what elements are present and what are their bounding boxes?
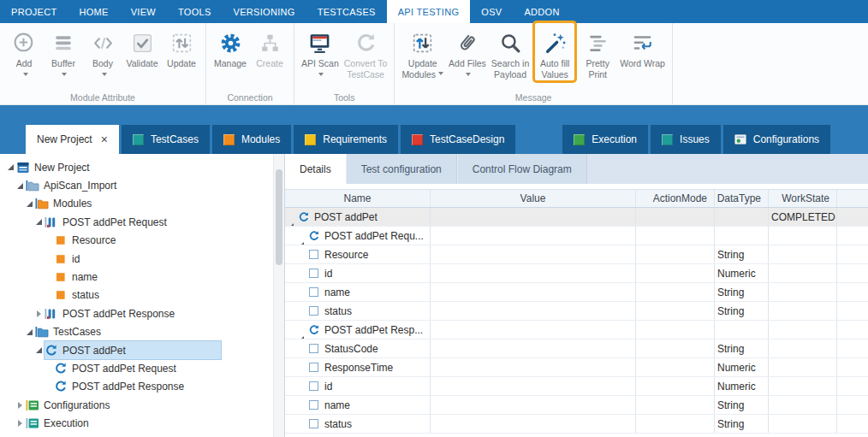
row-checkbox[interactable] (309, 287, 318, 297)
tree-item-name[interactable]: name (0, 268, 284, 286)
tree-item-resource[interactable]: Resource (0, 232, 284, 250)
menu-view[interactable]: VIEW (120, 0, 167, 23)
table-row[interactable]: POST addPet Requ... (285, 227, 868, 245)
tab-testcases[interactable]: TestCases (122, 125, 210, 154)
validate-button[interactable]: Validate (122, 23, 162, 69)
add-files-button[interactable]: Add Files (446, 23, 489, 80)
table-row[interactable]: statusString (285, 302, 868, 321)
manage-button[interactable]: Manage (211, 23, 250, 69)
menu-testcases[interactable]: TESTCASES (306, 0, 387, 23)
tree-scrollbar-thumb[interactable] (276, 169, 282, 265)
expander-closed-icon[interactable] (15, 420, 26, 427)
row-checkbox[interactable] (309, 381, 318, 391)
table-row[interactable]: ResourceString (285, 245, 868, 264)
tree-item-post-addpet-request[interactable]: POST addPet Request (0, 359, 284, 377)
create-button[interactable]: Create (250, 23, 289, 69)
expander-open-icon[interactable] (24, 329, 35, 335)
cell-actionmode (636, 283, 715, 301)
expander-open-icon[interactable] (5, 164, 16, 170)
tab-label: Configurations (753, 133, 819, 145)
row-checkbox[interactable] (309, 400, 318, 410)
tab-close-icon[interactable]: × (101, 133, 108, 145)
tree-item-configurations[interactable]: Configurations (0, 396, 284, 414)
buffer-button[interactable]: Buffer (44, 23, 83, 80)
expander-closed-icon[interactable] (15, 402, 26, 409)
tree-item-label: POST addPet Request (62, 216, 167, 228)
expander-open-icon[interactable] (24, 201, 35, 207)
row-checkbox[interactable] (309, 250, 318, 259)
row-checkbox[interactable] (309, 269, 318, 278)
tree-item-post-addpet-response[interactable]: POST addPet Response (0, 378, 284, 396)
tab-testcasedesign[interactable]: TestCaseDesign (401, 125, 515, 154)
tab-issues[interactable]: Issues (651, 125, 721, 154)
search-in-payload-button[interactable]: Search inPayload (489, 23, 532, 80)
tab-requirements[interactable]: Requirements (294, 125, 398, 154)
word-wrap-button[interactable]: Word Wrap (617, 23, 668, 69)
detail-subtabs: DetailsTest configurationControl Flow Di… (285, 154, 868, 184)
tree-item-status[interactable]: status (0, 286, 284, 304)
subtab-details[interactable]: Details (285, 154, 346, 184)
cell-name: StatusCode (285, 340, 431, 357)
pretty-print-button[interactable]: PrettyPrint (578, 23, 617, 80)
tree-scrollbar[interactable] (273, 154, 284, 437)
tab-configurations[interactable]: Configurations (723, 125, 830, 154)
update-modules-button[interactable]: UpdateModules (399, 23, 446, 80)
subtab-control-flow-diagram[interactable]: Control Flow Diagram (457, 154, 587, 184)
row-checkbox[interactable] (309, 344, 318, 353)
row-checkbox[interactable] (309, 419, 318, 428)
tree-item-post-addpet-response[interactable]: POST addPet Response (0, 304, 284, 322)
column-header-value[interactable]: Value (431, 190, 636, 207)
table-row[interactable]: POST addPet Resp... (285, 321, 868, 340)
auto-fill-values-button[interactable]: Auto fillValues (535, 23, 574, 80)
body-button[interactable]: Body (83, 23, 122, 80)
convert-to-testcase-button[interactable]: Convert ToTestCase (342, 23, 390, 80)
tree-item-modules[interactable]: Modules (0, 195, 284, 213)
add-button[interactable]: Add (4, 23, 44, 80)
tree-item-apiscan-import[interactable]: ApiScan_Import (0, 176, 284, 194)
column-header-name[interactable]: Name (285, 190, 431, 207)
tab-new-project[interactable]: New Project× (26, 125, 119, 154)
menu-home[interactable]: HOME (68, 0, 119, 23)
table-row[interactable]: statusString (285, 415, 868, 434)
table-row[interactable]: POST addPetCOMPLETED (285, 208, 868, 227)
tree-item-testcases[interactable]: TestCases (0, 323, 284, 341)
menu-osv[interactable]: OSV (470, 0, 513, 23)
table-row[interactable]: ResponseTimeNumeric (285, 358, 868, 377)
tree-item-execution[interactable]: Execution (0, 414, 284, 432)
column-header-workstate[interactable]: WorkState (769, 190, 837, 207)
menu-versioning[interactable]: VERSIONING (223, 0, 306, 23)
menu-addon[interactable]: ADDON (513, 0, 570, 23)
menu-tools[interactable]: TOOLS (167, 0, 223, 23)
expander-open-icon[interactable] (15, 183, 26, 189)
row-checkbox[interactable] (309, 306, 318, 316)
expander-open-icon[interactable] (288, 211, 294, 223)
table-row[interactable]: nameString (285, 396, 868, 415)
subtab-test-configuration[interactable]: Test configuration (346, 154, 457, 184)
column-header-datatype[interactable]: DataType (715, 190, 769, 207)
code-body-icon (91, 31, 116, 56)
tab-modules[interactable]: Modules (212, 125, 291, 154)
tree-item-post-addpet-request[interactable]: POST addPet Request (0, 213, 284, 231)
requirements-tab-icon (305, 134, 316, 145)
update-button[interactable]: Update (162, 23, 201, 69)
menu-api-testing[interactable]: API TESTING (387, 0, 471, 23)
tree-item-post-addpet[interactable]: POST addPet (0, 341, 284, 359)
table-row[interactable]: idNumeric (285, 264, 868, 283)
cell-datatype: String (715, 245, 769, 263)
expander-open-icon[interactable] (33, 347, 45, 353)
expander-open-icon[interactable] (33, 219, 45, 225)
tree-item-new-project[interactable]: New Project (0, 158, 284, 176)
table-row[interactable]: idNumeric (285, 377, 868, 396)
tab-execution[interactable]: Execution (562, 125, 648, 154)
tree-item-id[interactable]: id (0, 250, 284, 268)
expander-open-icon[interactable] (299, 324, 304, 336)
menu-project[interactable]: PROJECT (0, 0, 68, 23)
row-checkbox[interactable] (309, 363, 318, 372)
expander-closed-icon[interactable] (33, 310, 45, 317)
table-row[interactable]: nameString (285, 283, 868, 302)
dropdown-caret-icon (466, 73, 471, 79)
expander-open-icon[interactable] (299, 230, 304, 242)
table-row[interactable]: StatusCodeString (285, 340, 868, 358)
api-scan-button[interactable]: API Scan (299, 23, 342, 80)
column-header-actionmode[interactable]: ActionMode (636, 190, 715, 207)
